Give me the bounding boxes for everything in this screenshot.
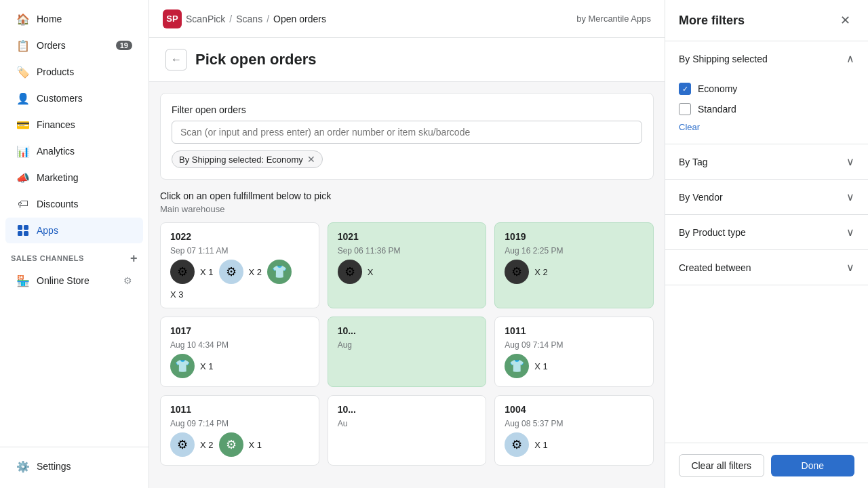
svg-rect-1 <box>24 225 28 230</box>
sidebar-item-label: Finances <box>37 119 75 130</box>
checkbox-economy[interactable]: Economy <box>679 79 854 99</box>
item-count: X 2 <box>200 440 214 450</box>
filters-panel-footer: Clear all filters Done <box>665 443 868 488</box>
sidebar-item-discounts[interactable]: 🏷 Discounts <box>5 191 143 217</box>
sidebar-item-label: Discounts <box>37 199 78 209</box>
sidebar-item-marketing[interactable]: 📣 Marketing <box>5 165 143 190</box>
checkbox-standard-label: Standard <box>698 104 736 115</box>
fulfillment-card[interactable]: 10... Aug <box>328 317 487 387</box>
gear-green-icon: ⚙ <box>219 432 243 457</box>
finances-icon: 💳 <box>16 118 30 131</box>
sales-channels-header: SALES CHANNELS + <box>0 244 149 267</box>
checkbox-standard[interactable]: Standard <box>679 99 854 119</box>
sidebar-footer: ⚙️ Settings <box>0 447 149 488</box>
filter-label: Filter open orders <box>172 104 642 115</box>
marketing-icon: 📣 <box>16 171 30 184</box>
done-button[interactable]: Done <box>771 455 855 476</box>
sidebar-item-label: Settings <box>37 461 71 472</box>
order-date: Aug 09 7:14 PM <box>505 340 644 350</box>
order-date: Aug 10 4:34 PM <box>170 340 309 350</box>
sidebar-item-label: Apps <box>37 225 58 236</box>
clear-all-filters-button[interactable]: Clear all filters <box>679 454 764 477</box>
sidebar-nav: 🏠 Home 📋 Orders 19 🏷️ Products 👤 Custome… <box>0 0 149 447</box>
sidebar-item-settings[interactable]: ⚙️ Settings <box>5 453 143 479</box>
sidebar-item-label: Home <box>37 14 62 24</box>
sidebar-item-label: Marketing <box>37 172 78 183</box>
order-number: 1004 <box>505 404 526 415</box>
breadcrumb-scans[interactable]: Scans <box>236 14 262 24</box>
discounts-icon: 🏷 <box>16 197 30 211</box>
fulfillment-card[interactable]: 1019 Aug 16 2:25 PM ⚙ X 2 <box>494 222 654 308</box>
filter-group-created-between-header[interactable]: Created between ∨ <box>665 250 868 285</box>
main-content: SP ScanPick / Scans / Open orders by Mer… <box>149 0 665 488</box>
breadcrumb: SP ScanPick / Scans / Open orders <box>163 9 326 28</box>
filter-group-product-type: By Product type ∨ <box>665 215 868 250</box>
back-button[interactable]: ← <box>165 49 187 70</box>
sidebar-item-home[interactable]: 🏠 Home <box>5 6 143 32</box>
filter-group-shipping-header[interactable]: By Shipping selected ∧ <box>665 41 868 76</box>
close-filters-button[interactable]: ✕ <box>835 11 854 30</box>
chevron-down-icon: ∨ <box>846 190 854 203</box>
filter-tags: By Shipping selected: Economy ✕ <box>172 150 642 168</box>
item-count: X 2 <box>534 267 548 277</box>
add-sales-channel-button[interactable]: + <box>130 252 138 264</box>
checkbox-standard-box[interactable] <box>679 103 691 115</box>
remove-filter-button[interactable]: ✕ <box>307 154 315 165</box>
sidebar-item-customers[interactable]: 👤 Customers <box>5 85 143 111</box>
filter-group-product-type-header[interactable]: By Product type ∨ <box>665 215 868 249</box>
sidebar-item-label: Customers <box>37 93 83 104</box>
sidebar-item-online-store[interactable]: 🏪 Online Store ⚙ <box>5 268 143 293</box>
sidebar: 🏠 Home 📋 Orders 19 🏷️ Products 👤 Custome… <box>0 0 149 488</box>
gear-icon: ⚙ <box>170 260 195 284</box>
item-count: X 3 <box>170 289 184 300</box>
chevron-down-icon: ∨ <box>846 261 854 274</box>
checkbox-economy-box[interactable] <box>679 83 691 95</box>
chevron-down-icon: ∨ <box>846 226 854 239</box>
card-items: ⚙ X 1 <box>505 432 644 457</box>
item-count: X 1 <box>249 440 262 450</box>
filter-group-shipping-body: Economy Standard Clear <box>665 76 868 144</box>
filter-group-label: By Product type <box>679 227 746 238</box>
filter-group-tag: By Tag ∨ <box>665 144 868 180</box>
store-settings-icon[interactable]: ⚙ <box>123 275 132 286</box>
card-items: ⚙ X 1 ⚙ X 2 👕 X 3 <box>170 260 309 300</box>
store-icon: 🏪 <box>16 274 30 287</box>
fulfillment-card[interactable]: 1022 Sep 07 1:11 AM ⚙ X 1 ⚙ X 2 👕 X 3 <box>160 222 319 308</box>
filter-group-created-between: Created between ∨ <box>665 250 868 285</box>
chevron-up-icon: ∧ <box>846 52 854 65</box>
filter-section: Filter open orders By Shipping selected:… <box>160 93 654 180</box>
fulfillment-card[interactable]: 10... Au <box>328 395 487 466</box>
sidebar-item-finances[interactable]: 💳 Finances <box>5 112 143 138</box>
shirt-icon: 👕 <box>505 354 529 378</box>
sidebar-item-products[interactable]: 🏷️ Products <box>5 59 143 85</box>
breadcrumb-app-name: ScanPick <box>186 14 225 24</box>
filter-group-label: By Tag <box>679 157 708 167</box>
clear-shipping-filter-button[interactable]: Clear <box>679 122 700 132</box>
filters-panel-body: By Shipping selected ∧ Economy Standard … <box>665 41 868 443</box>
order-date: Aug 16 2:25 PM <box>505 246 644 256</box>
gear-light-icon: ⚙ <box>170 432 195 457</box>
fulfillment-card[interactable]: 1011 Aug 09 7:14 PM 👕 X 1 <box>494 317 654 387</box>
fulfillment-card[interactable]: 1011 Aug 09 7:14 PM ⚙ X 2 ⚙ X 1 <box>160 395 319 466</box>
card-items: 👕 X 1 <box>505 354 644 378</box>
order-number: 10... <box>338 404 356 415</box>
svg-rect-3 <box>24 231 28 236</box>
filter-group-vendor-header[interactable]: By Vendor ∨ <box>665 180 868 214</box>
topbar: SP ScanPick / Scans / Open orders by Mer… <box>149 0 665 38</box>
sidebar-item-apps[interactable]: Apps <box>5 218 143 243</box>
breadcrumb-sep2: / <box>267 14 269 24</box>
filter-input[interactable] <box>172 121 642 144</box>
page-title: Pick open orders <box>195 51 317 68</box>
order-date: Aug <box>338 340 477 350</box>
chevron-down-icon: ∨ <box>846 155 854 168</box>
sidebar-item-orders[interactable]: 📋 Orders 19 <box>5 33 143 58</box>
item-count: X 1 <box>200 361 214 371</box>
fulfillment-card[interactable]: 1017 Aug 10 4:34 PM 👕 X 1 <box>160 317 319 387</box>
sidebar-item-analytics[interactable]: 📊 Analytics <box>5 138 143 164</box>
filter-tag-label: By Shipping selected: Economy <box>179 155 303 165</box>
order-number: 1017 <box>170 325 191 336</box>
fulfillment-card[interactable]: 1021 Sep 06 11:36 PM ⚙ X <box>328 222 487 308</box>
shirt-icon: 👕 <box>170 354 195 378</box>
filter-group-tag-header[interactable]: By Tag ∨ <box>665 144 868 179</box>
fulfillment-card[interactable]: 1004 Aug 08 5:37 PM ⚙ X 1 <box>494 395 654 466</box>
